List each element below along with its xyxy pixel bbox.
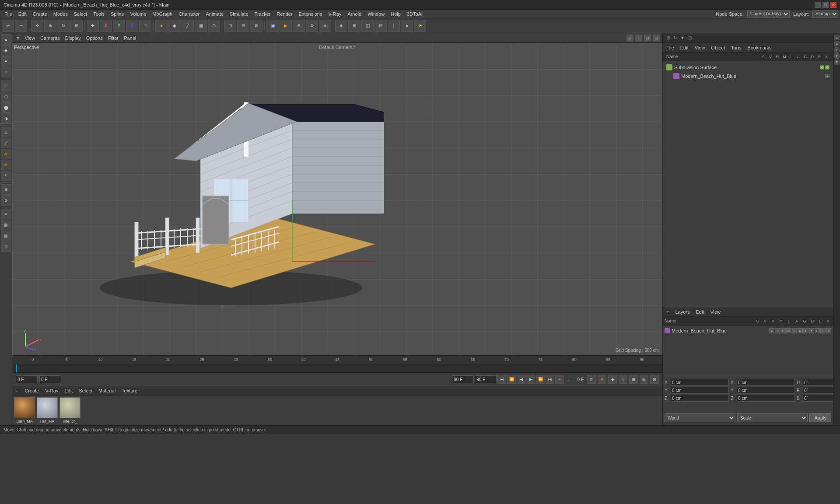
apply-button[interactable]: Apply: [809, 413, 831, 422]
prev-frame-button[interactable]: ⏪: [507, 375, 516, 384]
display5-button[interactable]: |: [388, 20, 400, 32]
menu-tracker[interactable]: Tracker: [252, 10, 273, 18]
x-axis-btn[interactable]: X: [100, 20, 112, 32]
menu-character[interactable]: Character: [176, 10, 202, 18]
menu-3dtoall[interactable]: 3DToAll: [404, 10, 426, 18]
go-end-button[interactable]: ⏭: [546, 375, 554, 384]
timeline-track[interactable]: [12, 364, 662, 373]
mat-menu-texture[interactable]: Texture: [120, 387, 139, 394]
obj-mode-button[interactable]: ●: [155, 20, 168, 32]
om-menu-tags[interactable]: Tags: [729, 44, 743, 51]
tool-circle[interactable]: ⬡: [1, 91, 11, 102]
menu-animate[interactable]: Animate: [203, 10, 226, 18]
new-object-button[interactable]: ✚: [87, 20, 99, 32]
layer-beach-hut[interactable]: Modern_Beach_Hut_Blue ● ○ R M L ► ▸ ▾ D …: [665, 326, 831, 335]
maximize-button[interactable]: □: [822, 2, 829, 8]
om-menu-object[interactable]: Object: [709, 44, 727, 51]
z-axis-btn[interactable]: Z: [126, 20, 138, 32]
tool-curve[interactable]: ⬤: [1, 102, 11, 113]
edge-btn-3[interactable]: F: [834, 47, 840, 52]
menu-modes[interactable]: Modes: [51, 10, 70, 18]
ipr-button[interactable]: ⊕: [293, 20, 305, 32]
edge-btn-5[interactable]: R: [834, 60, 840, 65]
viewport[interactable]: Perspective Default Camera:* Grid Spacin…: [12, 43, 662, 355]
auto-key-button[interactable]: ⊕: [598, 375, 606, 384]
tool-sculpt[interactable]: ●: [1, 56, 11, 66]
viewport-menu-hamburger[interactable]: ≡: [15, 35, 21, 42]
move-tool-button[interactable]: ✛: [31, 20, 43, 32]
loop-button[interactable]: ⟳: [587, 375, 596, 384]
viewport-icon-3[interactable]: ⊡: [644, 35, 651, 42]
lp-menu-edit[interactable]: Edit: [694, 308, 706, 315]
tool-plus[interactable]: ⊕: [1, 184, 11, 195]
menu-tools[interactable]: Tools: [91, 10, 107, 18]
coord-sy-input[interactable]: [737, 387, 795, 394]
viewport-icon-1[interactable]: ⊞: [626, 35, 634, 42]
settings-button[interactable]: ⚙: [306, 20, 318, 32]
tool-s2[interactable]: S: [1, 160, 11, 170]
layer-icon-play[interactable]: ►: [798, 328, 803, 333]
viewport-menu-options[interactable]: Options: [84, 35, 105, 42]
coord-sx-input[interactable]: [737, 379, 795, 386]
tool-grid1[interactable]: ≡: [1, 209, 11, 219]
om-item-subdivision[interactable]: Subdivision Surface ✓ ✓: [665, 63, 831, 72]
timeline-button[interactable]: ⊞: [629, 375, 638, 384]
display1-button[interactable]: ≡: [335, 20, 347, 32]
layer-icon-d[interactable]: D: [815, 328, 820, 333]
layer-icon-x[interactable]: X: [826, 328, 831, 333]
undo-button[interactable]: ↩: [2, 20, 14, 32]
point-mode-button[interactable]: ◆: [168, 20, 181, 32]
viewport-menu-display[interactable]: Display: [63, 35, 83, 42]
snap-button[interactable]: ⊡: [224, 20, 236, 32]
polygon-mode-button[interactable]: ▦: [195, 20, 207, 32]
menu-file[interactable]: File: [2, 10, 15, 18]
key-button[interactable]: ◆: [608, 375, 617, 384]
viewport-menu-panel[interactable]: Panel: [122, 35, 138, 42]
coord-y-input[interactable]: [671, 387, 729, 394]
layer-icon-edit[interactable]: ▸: [803, 328, 808, 333]
menu-extensions[interactable]: Extensions: [296, 10, 325, 18]
layout-select[interactable]: Startup: [812, 10, 838, 18]
redo-button[interactable]: ↪: [15, 20, 27, 32]
rotate-tool-button[interactable]: ↻: [57, 20, 70, 32]
viewport-icon-4[interactable]: ⊟: [653, 35, 660, 42]
edge-btn-2[interactable]: A: [834, 41, 840, 46]
go-start-button[interactable]: ⏮: [497, 375, 506, 384]
layer-icon-down[interactable]: ▾: [809, 328, 814, 333]
curves-button[interactable]: ∿: [619, 375, 627, 384]
lp-menu-view[interactable]: View: [708, 308, 722, 315]
mat-menu-vray[interactable]: V-Ray: [43, 387, 60, 394]
layer-icon-l[interactable]: L: [792, 328, 797, 333]
mat-menu-edit[interactable]: Edit: [63, 387, 74, 394]
timeline-playhead[interactable]: [16, 364, 17, 373]
end-frame-input-2[interactable]: [475, 375, 497, 383]
om-menu-file[interactable]: File: [665, 44, 676, 51]
viewport-menu-cameras[interactable]: Cameras: [38, 35, 62, 42]
material-interior[interactable]: Interior_: [60, 397, 80, 424]
render-button[interactable]: ▶: [280, 20, 292, 32]
tool-model[interactable]: ▲: [1, 34, 11, 45]
y-axis-btn[interactable]: Y: [113, 20, 125, 32]
powerslider-button[interactable]: ⊠: [650, 375, 659, 384]
tool-motion[interactable]: ○: [1, 67, 11, 77]
lp-menu-layers[interactable]: Layers: [673, 308, 691, 315]
node-space-select[interactable]: Current (V-Ray): [747, 10, 790, 18]
close-button[interactable]: ✕: [830, 2, 836, 8]
viewport-icon-2[interactable]: ↓: [635, 35, 642, 42]
minimize-button[interactable]: ─: [815, 2, 821, 8]
snap2-button[interactable]: ⊟: [237, 20, 249, 32]
next-frame-button[interactable]: ⏩: [536, 375, 545, 384]
mat-menu-select[interactable]: Select: [77, 387, 94, 394]
display6-button[interactable]: ●: [401, 20, 413, 32]
menu-simulate[interactable]: Simulate: [227, 10, 251, 18]
menu-volume[interactable]: Volume: [128, 10, 149, 18]
menu-arnold[interactable]: Arnold: [345, 10, 364, 18]
viewport-menu-view[interactable]: View: [23, 35, 37, 42]
deformer-button[interactable]: ◈: [319, 20, 331, 32]
motion-clip-button[interactable]: ⊟: [640, 375, 648, 384]
frame-input-2[interactable]: [39, 375, 61, 383]
tool-circle2[interactable]: ⊙: [1, 242, 11, 252]
tool-dollar[interactable]: $: [1, 171, 11, 181]
edge-btn-4[interactable]: E: [834, 53, 840, 59]
display2-button[interactable]: ⊞: [348, 20, 360, 32]
